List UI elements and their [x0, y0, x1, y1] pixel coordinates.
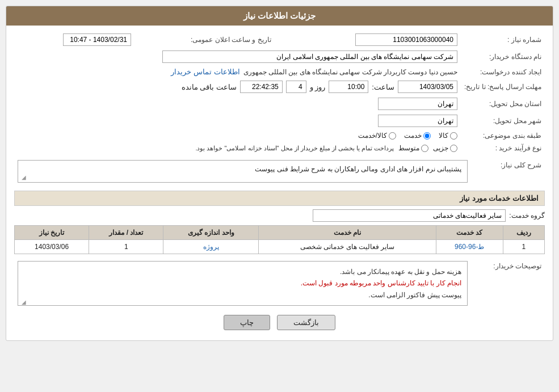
buyer-desc-line2: انجام کار با تایید کارشناس واحد مربوطه م…	[24, 277, 461, 289]
service-group-label: گروه خدمت:	[509, 212, 545, 220]
purchase-jozii-option[interactable]: جزیی	[433, 144, 457, 152]
reply-date-input[interactable]	[398, 81, 457, 93]
col-header-code: کد خدمت	[436, 226, 503, 240]
category-kala-option[interactable]: کالا	[439, 132, 457, 140]
buyer-desc-box: هزینه حمل و نقل به عهده پیمانکار می باشد…	[18, 261, 468, 306]
creator-label: ایجاد کننده درخواست:	[461, 65, 545, 78]
table-cell: پروژه	[163, 240, 259, 254]
table-cell: 1	[503, 240, 544, 254]
col-header-qty: تعداد / مقدار	[89, 226, 163, 240]
services-table: ردیف کد خدمت نام خدمت واحد اندازه گیری ت…	[14, 225, 545, 254]
col-header-name: نام خدمت	[259, 226, 436, 240]
table-row: 1ط-96-960سایر فعالیت های خدماتی شخصیپروژ…	[15, 240, 545, 254]
reply-days-label: روز و	[310, 83, 326, 91]
category-label: طبقه بندی موضوعی:	[461, 129, 545, 142]
category-kala-label: کالا	[439, 132, 448, 140]
table-cell[interactable]: ط-96-960	[436, 240, 503, 254]
category-both-radio[interactable]	[389, 132, 396, 140]
purchase-jozii-radio[interactable]	[450, 145, 457, 152]
category-kala-radio[interactable]	[450, 132, 457, 140]
category-both-label: کالا/خدمت	[358, 132, 387, 140]
general-desc-box: پشتیبانی نرم افزار های اداری ومالی راهکا…	[18, 160, 468, 183]
date-input[interactable]	[63, 33, 131, 46]
back-button[interactable]: بازگشت	[277, 315, 335, 330]
col-header-unit: واحد اندازه گیری	[163, 226, 259, 240]
purchase-motavset-label: متوسط	[398, 144, 419, 152]
category-khedmat-option[interactable]: خدمت	[404, 132, 431, 140]
category-khedmat-label: خدمت	[404, 132, 422, 140]
buyer-org-label: نام دستگاه خریدار:	[461, 48, 545, 65]
col-header-row: ردیف	[503, 226, 544, 240]
reply-remaining-input[interactable]	[240, 81, 283, 93]
creator-value: حسین دنیا دوست کاربردار شرکت سهامی نمایش…	[243, 68, 457, 76]
col-header-date: تاریخ نیاز	[15, 226, 89, 240]
category-khedmat-radio[interactable]	[423, 132, 431, 140]
purchase-type-label: نوع فرآیند خرید :	[461, 142, 545, 154]
contact-link[interactable]: اطلاعات تماس خریدار	[171, 68, 239, 76]
general-desc-label: شرح کلی نیاز:	[471, 158, 545, 185]
table-cell: 1	[89, 240, 163, 254]
buyer-desc-line3: پیوست پیش فاکتور الزامی است.	[24, 289, 461, 301]
purchase-jozii-label: جزیی	[433, 144, 448, 152]
purchase-motavset-radio[interactable]	[421, 145, 428, 152]
buyer-desc-label: توصیحات خریدار:	[471, 259, 545, 308]
date-label: تاریخ و ساعت اعلان عمومی:	[135, 31, 275, 48]
province-input[interactable]	[378, 98, 457, 110]
page-title: جزئیات اطلاعات نیاز	[6, 6, 553, 26]
category-both-option[interactable]: کالا/خدمت	[358, 132, 396, 140]
general-desc-value: پشتیبانی نرم افزار های اداری ومالی راهکا…	[255, 165, 461, 173]
need-number-input[interactable]	[355, 33, 457, 46]
table-cell: 1403/03/06	[15, 240, 89, 254]
service-group-input[interactable]	[313, 209, 506, 222]
reply-time-input[interactable]	[329, 81, 368, 93]
city-label: شهر محل تحویل:	[461, 112, 545, 129]
purchase-motavset-option[interactable]: متوسط	[398, 144, 428, 152]
province-label: استان محل تحویل:	[461, 95, 545, 112]
purchase-note: پرداخت تمام یا بخشی از مبلغ خریدار از مح…	[195, 145, 394, 152]
need-number-label: شماره نیاز :	[461, 31, 545, 48]
table-cell: سایر فعالیت های خدماتی شخصی	[259, 240, 436, 254]
print-button[interactable]: چاپ	[224, 315, 270, 330]
buyer-org-input[interactable]	[162, 50, 457, 63]
resize-handle[interactable]: ◢	[19, 174, 26, 181]
buyer-desc-line1: هزینه حمل و نقل به عهده پیمانکار می باشد…	[24, 266, 461, 277]
city-input[interactable]	[378, 115, 457, 127]
reply-days-input[interactable]	[286, 81, 306, 93]
reply-deadline-label: مهلت ارسال پاسخ: تا تاریخ:	[461, 78, 545, 95]
reply-time-label: ساعت:	[372, 83, 394, 91]
reply-remaining-label: ساعت باقی مانده	[182, 83, 237, 91]
resize-handle-2[interactable]: ◢	[19, 297, 26, 304]
services-info-title: اطلاعات خدمات مورد نیاز	[14, 191, 545, 206]
